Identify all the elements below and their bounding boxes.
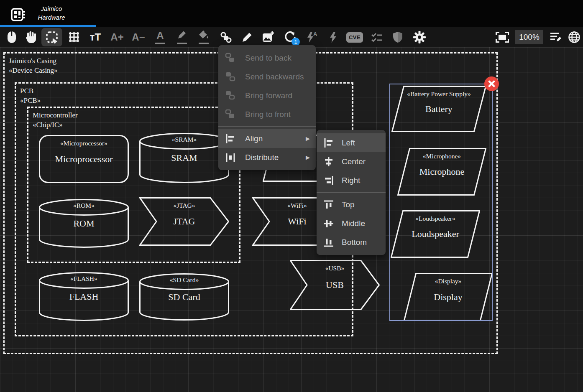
pcb-label: PCB «PCB» (20, 86, 41, 105)
fill-color-swatch (199, 43, 209, 44)
font-increase-button[interactable]: A+ (107, 28, 128, 46)
node-stereotype: «JTAG» (139, 202, 229, 209)
submenu-item-align-center[interactable]: Center (317, 152, 386, 171)
toolbar: тT A+ A− A (0, 27, 583, 47)
globe-icon (568, 31, 580, 43)
font-decrease-icon: A− (132, 31, 145, 43)
menu-item-align[interactable]: Align ▶ (218, 129, 316, 148)
submenu-item-align-middle[interactable]: Middle (317, 214, 386, 233)
node-microprocessor[interactable]: «Microprocessor» Microprocessor (39, 135, 129, 183)
mouse-tool-button[interactable] (1, 28, 22, 46)
cve-badge: CVE (346, 32, 363, 43)
redo-button[interactable]: 1 (280, 28, 301, 46)
microcontroller-stereotype: «Chip/IC» (33, 120, 78, 130)
node-rom[interactable]: «ROM» ROM (39, 199, 129, 248)
node-flash[interactable]: «FLASH» FLASH (39, 272, 129, 321)
submenu-item-align-right[interactable]: Right (317, 171, 386, 190)
node-name: USB (290, 280, 380, 290)
notes-edit-button[interactable] (545, 28, 566, 46)
pan-tool-button[interactable] (21, 28, 42, 46)
node-jtag[interactable]: «JTAG» JTAG (139, 197, 229, 246)
microcontroller-label: Microcontroller «Chip/IC» (33, 110, 78, 130)
selection-rectangle[interactable] (389, 84, 493, 321)
zoom-level-control[interactable]: 100% (515, 30, 543, 44)
node-stereotype: «USB» (290, 265, 380, 272)
fit-screen-button[interactable] (492, 28, 513, 46)
auto-threat-bolt-icon: A (306, 31, 318, 43)
select-area-icon (46, 31, 58, 43)
node-stereotype: «Microprocessor» (39, 140, 129, 147)
edit-tool-button[interactable] (237, 28, 258, 46)
menu-item-label: Send to back (245, 53, 292, 63)
stroke-color-swatch (177, 43, 187, 44)
menu-item-bring-forward[interactable]: Bring forward (218, 86, 316, 105)
menu-item-label: Left (342, 138, 355, 148)
submenu-item-align-top[interactable]: Top (317, 195, 386, 214)
align-middle-icon (323, 218, 334, 229)
menu-item-label: Middle (342, 219, 365, 228)
notes-edit-icon (550, 32, 562, 43)
menu-item-distribute[interactable]: Distribute ▶ (218, 148, 316, 167)
app-window: { "tab": { "line1": "Jaimico", "line2": … (0, 0, 583, 392)
node-sram[interactable]: «SRAM» SRAM (139, 133, 229, 183)
edit-pencil-icon (241, 31, 253, 43)
node-stereotype: «SRAM» (139, 136, 229, 143)
checklist-button[interactable] (366, 28, 387, 46)
text-size-icon: тT (90, 31, 101, 43)
settings-button[interactable] (409, 28, 430, 46)
font-color-icon: A (156, 30, 164, 41)
threat-bolt-icon (328, 31, 338, 43)
add-image-button[interactable] (258, 28, 279, 46)
menu-separator (317, 192, 386, 193)
menu-item-label: Top (342, 200, 355, 209)
device-casing-stereotype: «Device Casing» (9, 66, 58, 75)
node-name: FLASH (39, 291, 129, 302)
threat-button[interactable] (322, 28, 343, 46)
shield-button[interactable] (387, 28, 408, 46)
fit-screen-icon (496, 32, 509, 43)
auto-threat-button[interactable]: A (302, 28, 322, 46)
tab-jaimico-hardware[interactable]: Jaimico Hardware (0, 0, 96, 27)
submenu-arrow-icon: ▶ (306, 135, 310, 142)
distribute-icon (225, 152, 236, 163)
context-menu: Send to back Send backwards Bring forwar… (218, 45, 316, 170)
node-stereotype: «ROM» (39, 202, 129, 209)
menu-item-send-to-back[interactable]: Send to back (218, 48, 316, 67)
menu-item-label: Center (342, 157, 366, 166)
node-stereotype: «FLASH» (39, 275, 129, 283)
send-to-back-icon (225, 53, 236, 64)
bring-to-front-icon (225, 109, 236, 120)
text-size-button[interactable]: тT (85, 28, 106, 46)
pcb-name: PCB (20, 86, 41, 96)
title-bar: Jaimico Hardware (0, 0, 583, 27)
node-name: SD Card (139, 292, 229, 303)
font-decrease-button[interactable]: A− (128, 28, 149, 46)
tab-title-line1: Jaimico (24, 4, 79, 13)
menu-item-label: Bring to front (245, 110, 291, 119)
close-icon (488, 80, 495, 87)
remove-selection-button[interactable] (484, 76, 499, 91)
fill-color-button[interactable] (193, 28, 214, 46)
select-tool-button[interactable] (41, 28, 62, 46)
menu-item-bring-to-front[interactable]: Bring to front (218, 105, 316, 124)
menu-item-send-backwards[interactable]: Send backwards (218, 67, 316, 86)
submenu-item-align-left[interactable]: Left (317, 133, 386, 152)
grid-toggle-icon (68, 31, 80, 43)
node-usb[interactable]: «USB» USB (290, 260, 380, 310)
menu-item-label: Align (245, 134, 263, 143)
node-sdcard[interactable]: «SD Card» SD Card (139, 273, 229, 321)
pan-hand-icon (26, 31, 37, 43)
link-shapes-button[interactable] (215, 28, 236, 46)
cve-button[interactable]: CVE (344, 28, 365, 46)
submenu-item-align-bottom[interactable]: Bottom (317, 233, 386, 252)
grid-toggle-button[interactable] (64, 28, 84, 46)
menu-item-label: Distribute (245, 153, 279, 162)
stroke-color-button[interactable] (171, 28, 192, 46)
font-color-button[interactable]: A (150, 28, 171, 46)
language-button[interactable] (564, 28, 583, 46)
mouse-tool-icon (6, 31, 17, 43)
align-top-icon (323, 199, 334, 210)
align-left-icon (323, 137, 334, 148)
send-backwards-icon (225, 71, 236, 82)
stroke-color-pencil-icon (176, 31, 187, 41)
